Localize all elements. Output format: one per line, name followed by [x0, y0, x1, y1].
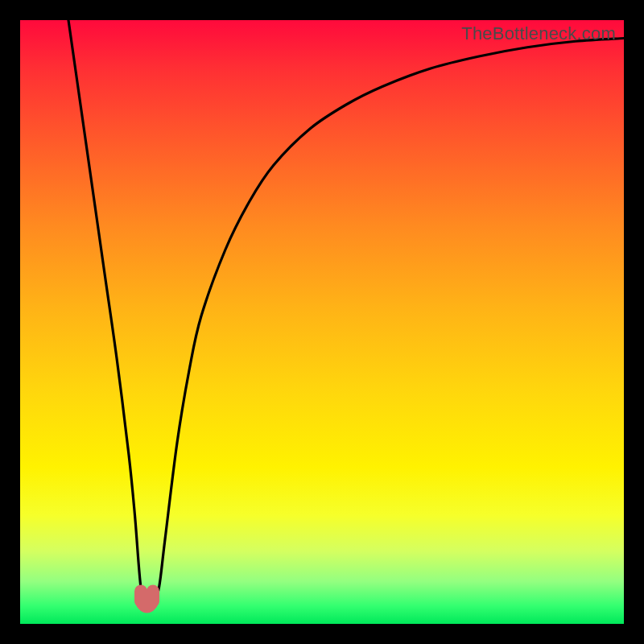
curve-path [68, 20, 624, 608]
chart-frame: TheBottleneck.com [0, 0, 644, 644]
chart-plot-area: TheBottleneck.com [20, 20, 624, 624]
bottleneck-curve [20, 20, 624, 624]
min-marker [141, 592, 153, 607]
watermark-text: TheBottleneck.com [461, 23, 616, 44]
